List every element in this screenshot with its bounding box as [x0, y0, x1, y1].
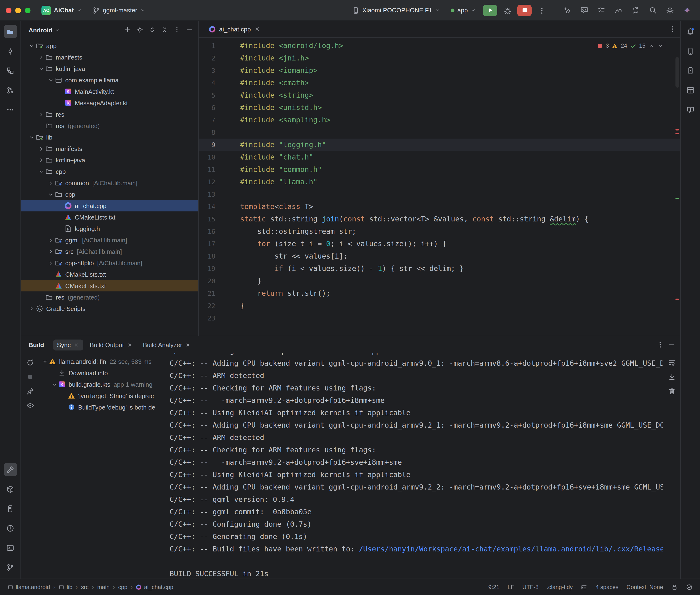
version-control-button[interactable] [4, 561, 17, 574]
code-line-16[interactable]: 16 std::ostringstream str; [199, 225, 680, 237]
code-line-4[interactable]: 4#include <cmath> [199, 77, 680, 89]
chevron-right-icon[interactable] [28, 305, 36, 312]
line-number[interactable]: 13 [199, 188, 221, 200]
code-line-21[interactable]: 21 return str.str(); [199, 287, 680, 300]
tree-item[interactable]: src[AiChat.lib.main] [21, 246, 198, 257]
code-line-3[interactable]: 3#include <iomanip> [199, 64, 680, 77]
chevron-right-icon[interactable] [47, 248, 55, 255]
build-window-title[interactable]: Build [29, 341, 44, 348]
encoding-widget[interactable]: UTF-8 [522, 584, 538, 591]
tree-item[interactable]: res(generated) [21, 291, 198, 303]
layout-inspector-button[interactable] [684, 83, 697, 97]
build-tree-item[interactable]: BuildType 'debug' is both de [39, 401, 164, 413]
breadcrumb-item[interactable]: src [81, 584, 89, 591]
line-number[interactable]: 16 [199, 225, 221, 237]
line-number[interactable]: 1 [199, 39, 221, 52]
eye-button[interactable] [24, 399, 36, 412]
code-line-7[interactable]: 7#include <sampling.h> [199, 114, 680, 126]
chevron-down-icon[interactable] [51, 380, 58, 388]
structure-button[interactable] [4, 64, 17, 77]
project-widget[interactable]: AC AiChat [38, 4, 85, 17]
code-line-23[interactable]: 23 [199, 312, 680, 324]
tree-item[interactable]: common[AiChat.lib.main] [21, 177, 198, 189]
line-number[interactable]: 6 [199, 102, 221, 114]
chevron-right-icon[interactable] [47, 179, 55, 187]
sync-gradle-button[interactable] [629, 4, 642, 17]
run-button[interactable] [483, 4, 497, 16]
hide-panel-icon[interactable] [668, 341, 675, 348]
chevron-down-icon[interactable] [37, 168, 45, 175]
close-icon[interactable] [127, 342, 133, 347]
chevron-down-icon[interactable] [37, 65, 45, 73]
app-insights-button[interactable] [684, 103, 697, 116]
close-icon[interactable] [74, 342, 79, 347]
code-line-6[interactable]: 6#include <unistd.h> [199, 102, 680, 114]
breadcrumb-item[interactable]: ai_chat.cpp [136, 584, 173, 591]
tree-item[interactable]: CMakeLists.txt [21, 280, 198, 291]
tree-item[interactable]: app [21, 40, 198, 51]
inspections-status-icon[interactable] [686, 584, 693, 591]
terminal-button[interactable] [4, 541, 17, 554]
build-tree-item[interactable]: 'jvmTarget: String' is deprec [39, 390, 164, 401]
problems-button[interactable] [4, 521, 17, 535]
tree-item[interactable]: manifests [21, 143, 198, 154]
error-mark[interactable] [675, 129, 679, 131]
code-editor[interactable]: 1#include <android/log.h>2#include <jni.… [199, 38, 680, 336]
ok-mark[interactable] [675, 198, 679, 199]
code-line-19[interactable]: 19 if (i < values.size() - 1) { str << d… [199, 262, 680, 275]
search-button[interactable] [646, 4, 659, 17]
build-tab-sync[interactable]: Sync [53, 339, 84, 350]
close-window-button[interactable] [6, 7, 11, 13]
tree-item[interactable]: ggml[AiChat.lib.main] [21, 234, 198, 246]
line-number[interactable]: 2 [199, 52, 221, 64]
task-list-button[interactable] [594, 4, 608, 17]
code-line-13[interactable]: 13 [199, 188, 680, 200]
inspections-widget[interactable]: 3 24 15 [594, 41, 666, 51]
build-tab-build-analyzer[interactable]: Build Analyzer [139, 339, 195, 350]
commit-button[interactable] [4, 44, 17, 58]
caret-position-widget[interactable]: 9:21 [488, 584, 500, 591]
pin-button[interactable] [24, 385, 36, 397]
build-tree-item[interactable]: Download info [39, 367, 164, 378]
stop-button[interactable] [517, 4, 532, 16]
tree-item[interactable]: com.example.llama [21, 74, 198, 86]
tree-item[interactable]: manifests [21, 51, 198, 63]
more-run-actions-button[interactable] [535, 4, 548, 17]
line-number[interactable]: 12 [199, 176, 221, 188]
error-mark[interactable] [675, 133, 679, 134]
chevron-down-icon[interactable] [47, 191, 55, 198]
profiler-button[interactable] [612, 4, 625, 17]
minimize-window-button[interactable] [15, 7, 21, 13]
line-number[interactable]: 20 [199, 275, 221, 287]
line-separator-widget[interactable]: LF [508, 584, 514, 591]
code-line-12[interactable]: 12#include "llama.h" [199, 176, 680, 188]
clang-tidy-widget[interactable]: .clang-tidy [547, 584, 572, 591]
kebab-button[interactable] [171, 24, 183, 36]
project-tree[interactable]: appmanifestskotlin+javacom.example.llama… [21, 39, 198, 336]
line-number[interactable]: 22 [199, 300, 221, 312]
device-explorer-button[interactable] [4, 502, 17, 515]
code-line-18[interactable]: 18 str << values[i]; [199, 250, 680, 262]
project-view-selector[interactable]: Android [29, 26, 60, 34]
notifications-button[interactable] [684, 25, 697, 38]
build-tree-item[interactable]: llama.android: fin22 sec, 583 ms [39, 356, 164, 367]
locate-button[interactable] [134, 24, 146, 36]
gemini-button[interactable] [680, 4, 694, 17]
code-line-9[interactable]: 9#include "logging.h" [199, 139, 680, 151]
pull-requests-button[interactable] [4, 83, 17, 97]
chevron-down-icon[interactable] [28, 133, 36, 141]
chevron-down-icon[interactable] [28, 42, 36, 50]
error-mark[interactable] [675, 299, 679, 300]
code-line-15[interactable]: 15static std::string join(const std::vec… [199, 213, 680, 225]
code-line-14[interactable]: 14template<class T> [199, 200, 680, 213]
debug-button[interactable] [501, 4, 513, 17]
tree-item[interactable]: kotlin+java [21, 63, 198, 74]
line-number[interactable]: 5 [199, 89, 221, 102]
line-number[interactable]: 3 [199, 64, 221, 77]
code-line-22[interactable]: 22} [199, 300, 680, 312]
code-line-8[interactable]: 8 [199, 126, 680, 139]
line-number[interactable]: 10 [199, 151, 221, 163]
running-devices-button[interactable] [684, 64, 697, 77]
breadcrumb-item[interactable]: main [97, 584, 110, 591]
line-number[interactable]: 11 [199, 163, 221, 176]
